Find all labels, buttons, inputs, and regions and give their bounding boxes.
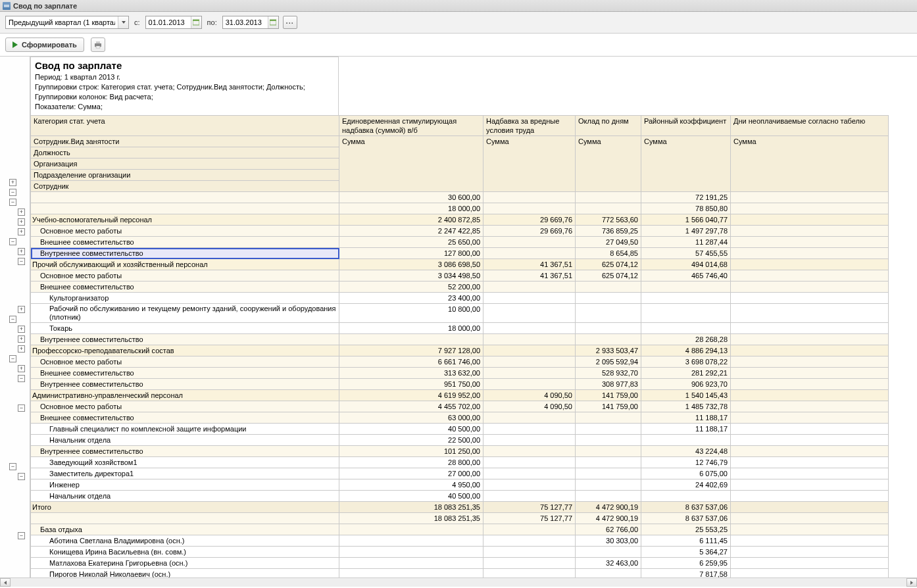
collapse-icon[interactable]: − [9,316,16,323]
date-from-field[interactable] [145,16,202,29]
period-combo-dropdown-icon[interactable] [118,16,128,28]
report-grid[interactable]: Категория стат. учета Единовременная сти… [30,115,889,577]
horizontal-scrollbar[interactable] [0,577,917,587]
expand-icon[interactable]: + [9,179,16,186]
cell-value: 2 400 872,85 [339,214,483,226]
table-row[interactable]: Внешнее совместительство63 000,0011 188,… [31,412,889,424]
scroll-left-button[interactable] [0,578,11,587]
expand-icon[interactable]: + [18,228,25,235]
table-row[interactable]: 18 083 251,3575 127,774 472 900,198 637 … [31,513,889,524]
table-row[interactable]: Пирогов Николай Николаевич (осн.)7 817,5… [31,569,889,577]
table-row[interactable]: Культорганизатор23 400,00 [31,293,889,304]
collapse-icon[interactable]: − [9,355,16,362]
table-row[interactable]: Профессорско-преподавательский состав7 9… [31,345,889,356]
table-row[interactable]: Матлахова Екатерина Григорьевна (осн.)32… [31,558,889,569]
print-button[interactable] [91,37,105,52]
collapse-icon[interactable]: − [9,189,16,196]
cell-value: 27 049,50 [576,237,641,248]
collapse-icon[interactable]: − [18,375,25,382]
expand-icon[interactable]: + [18,208,25,216]
table-row[interactable]: Заведующий хозяйством128 800,0012 746,79 [31,457,889,468]
table-row[interactable]: 30 600,0072 191,25 [31,192,889,203]
table-row[interactable]: Начальник отдела40 500,00 [31,491,889,502]
collapse-icon[interactable]: − [9,199,16,206]
cell-value [641,282,731,293]
cell-value: 7 817,58 [641,569,731,577]
cell-value [576,424,641,435]
calendar-icon[interactable] [268,16,278,28]
expand-icon[interactable]: + [18,345,25,353]
table-row[interactable]: Токарь18 000,00 [31,323,889,334]
more-options-button[interactable]: ... [283,16,297,29]
row-label: База отдыха [31,524,339,535]
svg-rect-6 [96,46,100,48]
table-row[interactable]: Конищева Ирина Васильевна (вн. совм.)5 3… [31,547,889,558]
collapse-icon[interactable]: − [9,463,16,470]
cell-value: 4 472 900,19 [576,502,641,513]
period-combo[interactable] [5,16,129,29]
date-from-input[interactable] [146,17,191,28]
cell-value: 18 083 251,35 [339,513,483,524]
date-to-field[interactable] [222,16,279,29]
table-row[interactable]: 18 000,0078 850,80 [31,203,889,214]
table-row[interactable]: Административно-управленческий персонал4… [31,390,889,401]
table-row[interactable]: База отдыха62 766,0025 553,25 [31,524,889,535]
collapse-icon[interactable]: − [18,473,25,480]
table-row[interactable]: Инженер4 950,0024 402,69 [31,479,889,491]
expand-icon[interactable]: + [18,306,25,313]
table-row[interactable]: Внешнее совместительство52 200,00 [31,282,889,293]
form-button-label: Сформировать [22,41,77,49]
date-to-input[interactable] [223,17,268,28]
row-label [31,513,339,524]
sub-employment: Сотрудник.Вид занятости [31,136,339,147]
expand-icon[interactable]: + [18,326,25,333]
cell-value: 62 766,00 [576,524,641,535]
table-row[interactable]: Итого18 083 251,3575 127,774 472 900,198… [31,502,889,513]
period-combo-input[interactable] [6,17,118,28]
table-row[interactable]: Внутреннее совместительство101 250,0043 … [31,446,889,457]
collapse-icon[interactable]: − [18,258,25,265]
collapse-icon[interactable]: − [18,532,25,539]
report-area[interactable]: +−−+++−+−+−+++−+−−−−− Свод по зарплате П… [0,57,917,577]
table-row[interactable]: Внутреннее совместительство28 268,28 [31,334,889,345]
cell-value [731,502,889,513]
cell-value: 625 074,12 [576,270,641,282]
table-row[interactable]: Аботина Светлана Владимировна (осн.)30 3… [31,535,889,547]
row-label: Профессорско-преподавательский состав [31,345,339,356]
table-row[interactable]: Внешнее совместительство25 650,0027 049,… [31,237,889,248]
scroll-right-button[interactable] [906,578,917,587]
table-row[interactable]: Заместитель директора127 000,006 075,00 [31,468,889,479]
expand-icon[interactable]: + [18,248,25,255]
table-row[interactable]: Прочий обслуживающий и хозяйственный пер… [31,259,889,270]
collapse-icon[interactable]: − [9,238,16,245]
cell-value: 4 472 900,19 [576,513,641,524]
col-hazard: Надбавка за вредные условия труда [483,116,576,136]
table-row[interactable]: Основное место работы4 455 702,004 090,5… [31,401,889,412]
cell-value [483,547,576,558]
table-row[interactable]: Основное место работы2 247 422,8529 669,… [31,226,889,237]
expand-icon[interactable]: + [18,365,25,372]
table-row[interactable]: Учебно-вспомогательный персонал2 400 872… [31,214,889,226]
table-row[interactable]: Начальник отдела22 500,00 [31,435,889,446]
info-measures: Показатели: Сумма; [35,102,334,112]
expand-icon[interactable]: + [18,335,25,343]
table-row[interactable]: Внешнее совместительство313 632,00528 93… [31,368,889,379]
calendar-icon[interactable] [191,16,201,28]
row-label: Матлахова Екатерина Григорьевна (осн.) [31,558,339,569]
col-unpaid: Дни неоплачиваемые согласно табелю [731,116,889,136]
table-row[interactable]: Внутреннее совместительство951 750,00308… [31,379,889,390]
expand-icon[interactable]: + [18,218,25,226]
form-button[interactable]: Сформировать [5,37,84,52]
sub-position: Должность [31,147,339,159]
table-row[interactable]: Основное место работы3 034 498,5041 367,… [31,270,889,282]
table-row[interactable]: Внутреннее совместительство127 800,008 6… [31,248,889,259]
table-row[interactable]: Рабочий по обслуживанию и текущему ремон… [31,304,889,323]
collapse-icon[interactable]: − [18,404,25,412]
col-bonus: Единовременная стимулирующая надбавка (с… [339,116,483,136]
table-row[interactable]: Главный специалист по комплексной защите… [31,424,889,435]
cell-value: 141 759,00 [576,390,641,401]
row-label: Внешнее совместительство [31,368,339,379]
cell-value [576,192,641,203]
cell-value [483,479,576,491]
table-row[interactable]: Основное место работы6 661 746,002 095 5… [31,356,889,368]
